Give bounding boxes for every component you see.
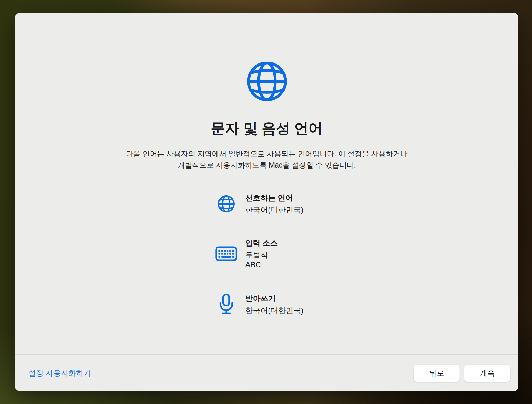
description-line-2: 개별적으로 사용자화하도록 Mac을 설정할 수 있습니다.	[178, 161, 356, 169]
language-settings-list: 선호하는 언어 한국어(대한민국)	[215, 193, 319, 316]
dictation-label: 받아쓰기	[245, 294, 304, 304]
globe-icon	[215, 195, 238, 213]
dialog-content: 문자 및 음성 언어 다음 언어는 사용자의 지역에서 일반적으로 사용되는 언…	[15, 13, 518, 354]
setup-assistant-dialog: 문자 및 음성 언어 다음 언어는 사용자의 지역에서 일반적으로 사용되는 언…	[15, 13, 518, 391]
description-line-1: 다음 언어는 사용자의 지역에서 일반적으로 사용되는 언어입니다. 이 설정을…	[126, 150, 408, 158]
dictation-text: 받아쓰기 한국어(대한민국)	[245, 294, 304, 315]
continue-button[interactable]: 계속	[464, 365, 510, 382]
preferred-language-row: 선호하는 언어 한국어(대한민국)	[215, 193, 319, 215]
dictation-value: 한국어(대한민국)	[245, 306, 304, 315]
back-button[interactable]: 뒤로	[414, 365, 460, 382]
input-source-row: 입력 소스 두벌식 ABC	[215, 238, 319, 270]
dialog-footer: 설정 사용자화하기 뒤로 계속	[15, 354, 518, 391]
keyboard-icon	[215, 246, 238, 261]
input-source-text: 입력 소스 두벌식 ABC	[245, 238, 278, 270]
input-source-label: 입력 소스	[245, 238, 278, 248]
preferred-language-value: 한국어(대한민국)	[245, 205, 304, 215]
input-source-value-2: ABC	[245, 260, 278, 270]
footer-buttons: 뒤로 계속	[414, 365, 510, 382]
preferred-language-label: 선호하는 언어	[245, 193, 304, 203]
input-source-value-1: 두벌식	[245, 250, 278, 260]
globe-hero-icon	[246, 60, 288, 103]
customize-settings-link[interactable]: 설정 사용자화하기	[28, 368, 91, 378]
page-title: 문자 및 음성 언어	[211, 119, 323, 138]
microphone-icon	[215, 293, 238, 316]
dictation-row: 받아쓰기 한국어(대한민국)	[215, 293, 319, 316]
page-description: 다음 언어는 사용자의 지역에서 일반적으로 사용되는 언어입니다. 이 설정을…	[126, 148, 408, 171]
preferred-language-text: 선호하는 언어 한국어(대한민국)	[245, 193, 304, 215]
